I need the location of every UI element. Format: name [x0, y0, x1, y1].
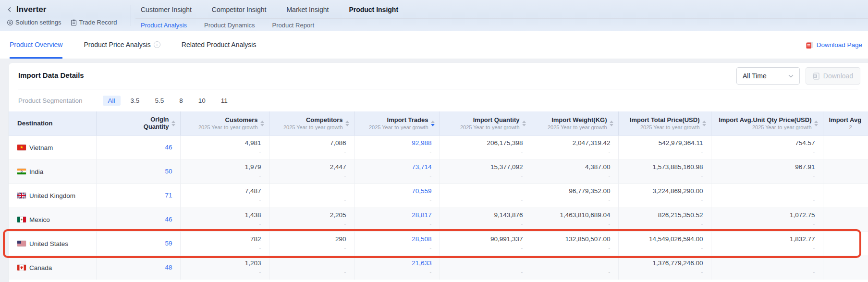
sort-control[interactable] [610, 121, 613, 126]
in-flag-icon [17, 169, 26, 174]
download-page-button[interactable]: Download Page [806, 31, 862, 59]
column-label: Origin Quantity [138, 116, 169, 130]
column-header-import-quantity[interactable]: Import Quantity2025 Year-to-year growth [440, 111, 531, 135]
country-name: Vietnam [29, 144, 53, 151]
column-header-import-trades[interactable]: Import Trades2025 Year-to-year growth [354, 111, 440, 135]
nav-tab-competitor-insight[interactable]: Competitor Insight [212, 0, 267, 19]
import-total-price-cell: 14,549,026,594.00- [618, 232, 711, 256]
import-trades-link[interactable]: 28,508 [355, 235, 432, 243]
tab-product-overview[interactable]: Product Overview [10, 31, 62, 59]
column-label: Import Avg.Unit Qty Price(USD) [719, 116, 811, 123]
origin-quantity-link[interactable]: 46 [97, 216, 172, 223]
sort-control[interactable] [702, 121, 706, 126]
segmentation-option-5-5[interactable]: 5.5 [149, 96, 169, 106]
segmentation-option-8[interactable]: 8 [174, 96, 188, 106]
segmentation-option-10[interactable]: 10 [193, 96, 211, 106]
back-chevron-icon[interactable] [7, 7, 12, 12]
cell-growth [823, 245, 861, 252]
sort-asc-icon [345, 121, 349, 123]
cell-growth: - [440, 196, 523, 204]
competitors-cell: - [269, 256, 354, 280]
import-quantity-cell: 15,377,092- [440, 159, 531, 184]
column-header-origin-quantity[interactable]: Origin Quantity [96, 111, 180, 135]
table-row-canada: Canada481,203--21,633---1,376,779,246.00… [9, 256, 868, 280]
cell-value: 132,850,507.00 [531, 235, 611, 243]
sort-asc-icon [814, 121, 818, 123]
origin-quantity-link[interactable]: 71 [97, 192, 172, 199]
table-row-united-kingdom: United Kingdom717,487--70,559--96,779,35… [9, 184, 868, 208]
sort-control[interactable] [522, 121, 526, 126]
customers-cell: 1,438- [180, 208, 269, 232]
sort-control[interactable] [345, 121, 349, 126]
column-sublabel: 2025 Year-to-year growth [719, 124, 811, 130]
nav-tab-customer-insight[interactable]: Customer Insight [141, 0, 192, 19]
origin-quantity-link[interactable]: 46 [97, 144, 172, 151]
import-trades-link[interactable]: 92,988 [355, 139, 432, 147]
column-header-import-avg-unit-qty-price[interactable]: Import Avg.Unit Qty Price(USD)2025 Year-… [711, 111, 823, 135]
import-data-table-wrap: DestinationOrigin QuantityCustomers2025 … [9, 111, 868, 280]
cell-growth: - [181, 221, 261, 228]
time-range-select[interactable]: All Time [736, 67, 800, 85]
column-sublabel: 2025 Year-to-year growth [369, 124, 428, 130]
tab-related-product-analysis[interactable]: Related Product Analysis [182, 31, 257, 59]
vn-flag-icon [17, 145, 26, 150]
sort-control[interactable] [431, 121, 435, 126]
import-avg-truncated-cell [823, 232, 868, 256]
nav-tab-market-insight[interactable]: Market Insight [286, 0, 329, 19]
trade-record-link[interactable]: Trade Record [71, 19, 117, 26]
sort-desc-icon [610, 124, 613, 126]
cell-growth: - [269, 196, 346, 204]
download-button[interactable]: Download [806, 67, 860, 85]
cell-value: 7,086 [269, 139, 346, 147]
segmentation-option-all[interactable]: All [103, 96, 121, 106]
customers-cell: 1,203- [180, 256, 269, 280]
nav-tab-product-insight[interactable]: Product Insight [349, 0, 398, 19]
segmentation-option-3-5[interactable]: 3.5 [125, 96, 145, 106]
import-trades-link[interactable]: 70,559 [355, 187, 432, 195]
import-trades-link[interactable]: 28,817 [355, 211, 432, 219]
subnav-tab-product-dynamics[interactable]: Product Dynamics [204, 22, 255, 29]
cell-growth: - [440, 148, 523, 156]
origin-quantity-link[interactable]: 59 [97, 240, 172, 247]
sort-control[interactable] [814, 121, 818, 126]
cell-growth [823, 196, 861, 204]
subnav-tab-product-report[interactable]: Product Report [272, 22, 314, 29]
sort-control[interactable] [171, 121, 175, 126]
subnav-tab-product-analysis[interactable]: Product Analysis [141, 22, 187, 29]
column-label: Import Total Price(USD) [630, 116, 700, 123]
cell-value: 1,438 [181, 211, 261, 219]
column-header-import-weight[interactable]: Import Weight(KG)2025 Year-to-year growt… [531, 111, 618, 135]
cell-growth: - [531, 245, 611, 252]
import-weight-cell: 1,463,810,689.04- [531, 208, 618, 232]
import-weight-cell: 132,850,507.00- [531, 232, 618, 256]
cell-value: 290 [269, 235, 346, 243]
import-trades-link[interactable]: 73,714 [355, 163, 432, 171]
column-header-import-total-price[interactable]: Import Total Price(USD)2025 Year-to-year… [618, 111, 711, 135]
import-trades-link[interactable]: 21,633 [355, 259, 432, 267]
table-row-vietnam: Vietnam464,981-7,086-92,988-206,175,398-… [9, 135, 868, 159]
tab-product-price-analysis[interactable]: Product Price Analysisi [84, 31, 160, 59]
import-data-panel: Import Data Details All Time Download Pr… [9, 63, 868, 282]
origin-quantity-link[interactable]: 48 [97, 264, 172, 271]
origin-quantity-cell: 46 [96, 135, 180, 159]
pdf-file-icon [806, 41, 814, 49]
sort-control[interactable] [260, 121, 264, 126]
solution-settings-link[interactable]: Solution settings [7, 19, 61, 26]
segmentation-option-11[interactable]: 11 [216, 96, 233, 106]
origin-quantity-link[interactable]: 50 [97, 168, 172, 175]
cell-growth: - [531, 172, 611, 180]
column-label: Import Weight(KG) [548, 116, 607, 123]
sort-asc-icon [431, 121, 435, 123]
column-header-competitors[interactable]: Competitors2025 Year-to-year growth [269, 111, 354, 135]
column-header-customers[interactable]: Customers2025 Year-to-year growth [180, 111, 269, 135]
cell-growth: - [181, 172, 261, 180]
cell-growth: - [181, 148, 261, 156]
import-trades-cell: 28,817- [354, 208, 440, 232]
cell-growth: - [355, 245, 432, 252]
cell-value: 4,387.00 [531, 163, 611, 171]
import-avg-unit-qty-price-cell: 1,832.77- [711, 232, 823, 256]
cell-value [823, 235, 861, 243]
cell-growth: - [619, 196, 703, 204]
import-avg-truncated-cell [823, 256, 868, 280]
cell-value: 967.91 [711, 163, 815, 171]
